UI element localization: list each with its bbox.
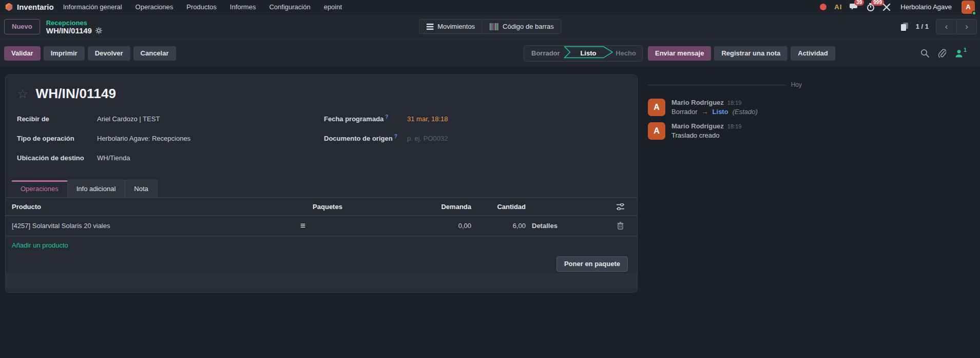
state-ready-label: Listo — [563, 46, 614, 61]
field-destination-location: Ubicación de destino WH/Tienda — [17, 148, 324, 167]
demand-cell[interactable]: 0,00 — [361, 222, 471, 230]
activities-badge: 999 — [871, 0, 884, 6]
column-packages[interactable]: Paquetes — [294, 203, 361, 211]
print-button[interactable]: Imprimir — [44, 46, 85, 61]
help-icon[interactable]: ? — [394, 134, 397, 139]
app-window: Inventario Información general Operacion… — [0, 0, 980, 358]
field-partner-value[interactable]: Ariel Cardozo | TEST — [97, 115, 160, 123]
recording-dot-icon[interactable] — [820, 4, 827, 10]
company-name[interactable]: Herbolario Agave — [900, 3, 952, 11]
message-avatar[interactable]: A — [648, 122, 665, 140]
message-author[interactable]: Mario Rodríguez — [671, 122, 724, 130]
view-switch-group: Movimientos Código de barras — [418, 19, 562, 34]
return-button[interactable]: Devolver — [88, 46, 130, 61]
avatar-letter: A — [966, 3, 970, 11]
column-demand[interactable]: Demanda — [361, 203, 471, 211]
add-product-link[interactable]: Añadir un producto — [12, 241, 68, 249]
delete-row-button[interactable] — [617, 222, 624, 230]
state-change-from: Borrador — [671, 108, 698, 116]
state-ready-active[interactable]: Listo — [563, 46, 614, 61]
followers-button[interactable]: 1 — [955, 49, 967, 58]
tab-note[interactable]: Nota — [125, 180, 157, 197]
chevron-right-icon: › — [965, 22, 968, 32]
message: A Mario Rodríguez 18:19 Traslado creado — [648, 122, 970, 140]
menu-epoint[interactable]: epoint — [324, 3, 342, 11]
settings-gear-icon[interactable] — [95, 27, 102, 34]
tab-operations[interactable]: Operaciones — [12, 180, 67, 197]
follower-person-icon — [955, 49, 963, 58]
state-draft[interactable]: Borrador — [524, 49, 567, 57]
message-author[interactable]: Mario Rodríguez — [671, 99, 724, 106]
message-avatar[interactable]: A — [648, 99, 665, 116]
followers-count: 1 — [964, 47, 967, 53]
notebook-tabs: Operaciones Info adicional Nota — [6, 178, 637, 198]
product-cell[interactable]: [4257] Solarvital Solaris 20 viales — [12, 222, 294, 230]
field-scheduled-date-label: Fecha programada — [324, 116, 383, 123]
favorite-star-icon[interactable]: ☆ — [17, 87, 28, 100]
field-operation-type-value[interactable]: Herbolario Agave: Recepciones — [97, 135, 190, 142]
pager-nav: ‹ › — [936, 19, 977, 34]
movements-button[interactable]: Movimientos — [418, 19, 482, 34]
cancel-button[interactable]: Cancelar — [133, 46, 176, 61]
field-destination-location-value[interactable]: WH/Tienda — [97, 154, 130, 162]
activity-button[interactable]: Actividad — [791, 46, 835, 61]
field-scheduled-date-value[interactable]: 31 mar, 18:18 — [407, 115, 448, 123]
sliders-icon — [617, 203, 624, 210]
menu-settings[interactable]: Configuración — [269, 3, 310, 11]
app-name: Inventario — [17, 3, 54, 11]
column-quantity[interactable]: Cantidad — [471, 203, 526, 211]
menu-reports[interactable]: Informes — [230, 3, 256, 11]
put-in-pack-button[interactable]: Poner en paquete — [556, 256, 628, 272]
packages-hamburger-icon[interactable]: ≡ — [294, 221, 361, 231]
pager-previous-button[interactable]: ‹ — [936, 19, 956, 34]
menu-products[interactable]: Productos — [186, 3, 217, 11]
systray: AI 39 999 Herbol — [820, 1, 975, 14]
pager-next-button[interactable]: › — [956, 19, 977, 34]
field-source-document-label: Documento de origen — [324, 135, 393, 143]
state-change-to: Listo — [713, 108, 728, 116]
user-avatar[interactable]: A — [962, 1, 975, 14]
menu-overview[interactable]: Información general — [63, 3, 122, 11]
help-icon[interactable]: ? — [385, 114, 388, 120]
send-message-button[interactable]: Enviar mensaje — [648, 46, 711, 61]
new-button[interactable]: Nuevo — [4, 19, 40, 34]
barcode-button[interactable]: Código de barras — [482, 19, 562, 34]
optional-columns-button[interactable] — [617, 203, 624, 210]
column-product[interactable]: Producto — [12, 203, 294, 211]
top-navbar: Inventario Información general Operacion… — [0, 0, 980, 14]
app-brand[interactable]: Inventario — [5, 3, 54, 11]
record-title: WH/IN/01149 — [35, 86, 116, 102]
debug-tools[interactable] — [882, 3, 891, 11]
message: A Mario Rodríguez 18:19 Borrador → Listo… — [648, 99, 970, 116]
attachments-button[interactable] — [938, 49, 946, 58]
log-note-button[interactable]: Registrar una nota — [714, 46, 787, 61]
statusbar: Borrador Listo Hecho — [524, 45, 643, 62]
search-icon — [920, 49, 929, 58]
breadcrumb-parent[interactable]: Recepciones — [46, 19, 102, 27]
chatter-buttons: Enviar mensaje Registrar una nota Activi… — [648, 46, 838, 61]
details-link[interactable]: Detalles — [526, 222, 569, 230]
chevron-left-icon: ‹ — [945, 22, 948, 32]
tab-additional-info[interactable]: Info adicional — [67, 180, 125, 197]
message-body: Borrador → Listo (Estado) — [671, 108, 758, 116]
ai-icon[interactable]: AI — [834, 3, 842, 11]
content-area: ☆ WH/IN/01149 Recibir de Ariel Cardozo |… — [0, 68, 980, 358]
messages-tray[interactable]: 39 — [850, 3, 859, 11]
state-done[interactable]: Hecho — [609, 49, 642, 57]
quantity-cell[interactable]: 6,00 — [471, 222, 526, 230]
search-messages-button[interactable] — [920, 49, 929, 58]
copies-icon[interactable] — [900, 22, 909, 31]
empty-row-stripe — [6, 273, 637, 288]
validate-button[interactable]: Validar — [4, 46, 41, 61]
field-operation-type: Tipo de operación Herbolario Agave: Rece… — [17, 128, 324, 148]
field-source-document-placeholder[interactable]: p. ej. PO0032 — [407, 135, 448, 142]
activities-tray[interactable]: 999 — [867, 3, 875, 11]
field-destination-location-label: Ubicación de destino — [17, 154, 97, 162]
message-time: 18:19 — [727, 100, 742, 106]
table-row: [4257] Solarvital Solaris 20 viales ≡ 0,… — [6, 216, 637, 236]
main-menu: Información general Operaciones Producto… — [63, 3, 342, 11]
barcode-label: Código de barras — [503, 23, 554, 30]
pager-zone: 1 / 1 ‹ › — [900, 19, 977, 34]
menu-operations[interactable]: Operaciones — [136, 3, 174, 11]
breadcrumb: Recepciones WH/IN/01149 — [46, 19, 102, 34]
